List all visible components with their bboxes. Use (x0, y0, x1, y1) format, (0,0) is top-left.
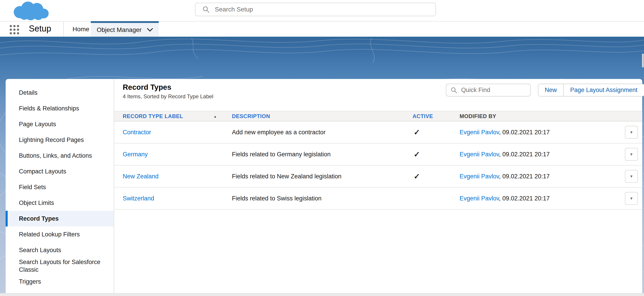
column-description[interactable]: DESCRIPTION (232, 113, 270, 119)
app-launcher-icon[interactable] (9, 24, 20, 35)
page-subtitle: 4 Items, Sorted by Record Type Label (123, 93, 213, 100)
salesforce-logo-icon[interactable] (8, 1, 54, 21)
tab-object-manager[interactable]: Object Manager (91, 21, 159, 37)
modified-by-link[interactable]: Evgenii Pavlov (460, 195, 499, 202)
header-button-group: New Page Layout Assignment (538, 84, 644, 96)
new-button[interactable]: New (538, 84, 564, 96)
search-icon (451, 87, 457, 93)
global-search-box[interactable] (195, 3, 436, 16)
modified-date: , 09.02.2021 20:17 (499, 173, 550, 180)
modified-by-link[interactable]: Evgenii Pavlov (460, 129, 499, 136)
sidebar-item-related-lookup-filters[interactable]: Related Lookup Filters (6, 227, 114, 242)
table-row: Contractor Add new employee as a contrac… (114, 121, 642, 143)
salesforce-setup-page: ★ ▼ ? (0, 0, 644, 296)
column-modified-by: MODIFIED BY (460, 113, 496, 119)
sidebar-item-search-layouts-classic[interactable]: Search Layouts for Salesforce Classic (6, 258, 114, 274)
modified-by-link[interactable]: Evgenii Pavlov (460, 173, 499, 180)
column-active[interactable]: ACTIVE (412, 113, 433, 119)
sidebar-item-search-layouts[interactable]: Search Layouts (6, 242, 114, 258)
active-check-icon: ✓ (414, 172, 420, 181)
modified-date: , 09.02.2021 20:17 (499, 129, 550, 136)
table-row: Germany Fields related to Germany legisl… (114, 143, 642, 166)
sidebar-item-record-types[interactable]: Record Types (6, 211, 114, 227)
page-title: Record Types (123, 83, 171, 91)
setup-app-title: Setup (29, 24, 51, 33)
nav-bottom-border (0, 37, 644, 38)
sort-asc-icon: ▲ (214, 114, 217, 118)
global-header: ★ ▼ ? (0, 0, 644, 21)
quick-find-input[interactable] (461, 86, 525, 94)
setup-nav-bar: Setup Home Object Manager (0, 21, 644, 37)
record-type-description: Fields related to New Zealand legislatio… (232, 173, 341, 180)
active-check-icon: ✓ (414, 150, 420, 159)
tab-home[interactable]: Home (68, 21, 94, 37)
row-actions-button[interactable]: ▼ (625, 170, 638, 183)
table-row: New Zealand Fields related to New Zealan… (114, 166, 642, 188)
object-sidebar: Details Fields & Relationships Page Layo… (6, 79, 114, 296)
sidebar-item-page-layouts[interactable]: Page Layouts (6, 116, 114, 132)
row-actions-button[interactable]: ▼ (625, 148, 638, 161)
nav-divider (63, 21, 64, 37)
record-type-link[interactable]: Switzerland (123, 195, 154, 202)
tab-object-manager-label: Object Manager (96, 26, 142, 33)
active-check-icon: ✓ (414, 128, 420, 137)
sidebar-item-lightning-record-pages[interactable]: Lightning Record Pages (6, 132, 114, 148)
horizontal-scrollbar-track[interactable] (0, 293, 644, 296)
sidebar-item-compact-layouts[interactable]: Compact Layouts (6, 164, 114, 179)
row-actions-button[interactable]: ▼ (625, 192, 638, 205)
modified-date: , 09.02.2021 20:17 (499, 195, 550, 202)
record-types-section: Record Types 4 Items, Sorted by Record T… (114, 79, 642, 296)
table-header: RECORD TYPE LABEL ▲ DESCRIPTION ACTIVE M… (114, 111, 642, 121)
record-type-description: Fields related to Germany legislation (232, 151, 330, 158)
record-type-link[interactable]: Contractor (123, 129, 151, 136)
page-layout-assignment-button[interactable]: Page Layout Assignment (564, 84, 644, 96)
record-type-link[interactable]: Germany (123, 151, 148, 158)
sidebar-item-triggers[interactable]: Triggers (6, 274, 114, 290)
content-panel: Details Fields & Relationships Page Layo… (6, 79, 642, 296)
search-icon (203, 6, 210, 13)
modified-date: , 09.02.2021 20:17 (499, 151, 550, 158)
sidebar-item-details[interactable]: Details (6, 85, 114, 101)
sidebar-item-fields-relationships[interactable]: Fields & Relationships (6, 101, 114, 116)
record-type-link[interactable]: New Zealand (123, 173, 158, 180)
record-type-description: Add new employee as a contractor (232, 129, 326, 136)
record-type-description: Fields related to Swiss legislation (232, 195, 322, 202)
sidebar-item-object-limits[interactable]: Object Limits (6, 195, 114, 211)
table-row: Switzerland Fields related to Swiss legi… (114, 188, 642, 210)
row-actions-button[interactable]: ▼ (625, 126, 638, 139)
chevron-down-icon (147, 28, 153, 32)
vertical-scrollbar-thumb[interactable] (642, 53, 644, 67)
sidebar-item-buttons-links-actions[interactable]: Buttons, Links, and Actions (6, 148, 114, 164)
sidebar-item-field-sets[interactable]: Field Sets (6, 179, 114, 195)
column-record-type-label[interactable]: RECORD TYPE LABEL (123, 113, 183, 119)
global-search-input[interactable] (214, 6, 418, 13)
modified-by-link[interactable]: Evgenii Pavlov (460, 151, 499, 158)
quick-find-box[interactable] (446, 84, 531, 96)
